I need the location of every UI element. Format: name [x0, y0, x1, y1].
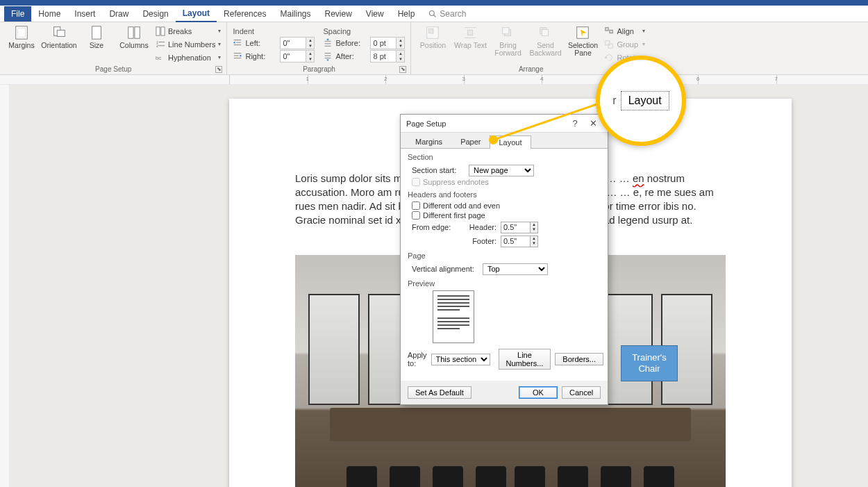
- svg-marker-47: [605, 56, 608, 58]
- tab-review[interactable]: Review: [317, 6, 358, 22]
- rotate-icon: [604, 53, 614, 63]
- breaks-icon: [156, 26, 165, 36]
- tab-insert[interactable]: Insert: [67, 6, 102, 22]
- size-button[interactable]: Size: [79, 24, 114, 65]
- tab-home[interactable]: Home: [31, 6, 67, 22]
- paragraph-group-label: Paragraph: [303, 65, 335, 73]
- ok-button[interactable]: OK: [519, 386, 558, 399]
- columns-button[interactable]: Columns: [117, 24, 151, 65]
- indent-left-row[interactable]: Left: 0"▲▼: [231, 37, 316, 49]
- send-backward-button[interactable]: Send Backward: [528, 24, 562, 65]
- columns-icon: [126, 25, 142, 40]
- tab-view[interactable]: View: [359, 6, 391, 22]
- page-heading: Page: [408, 251, 601, 260]
- indent-left-icon: [233, 38, 242, 48]
- svg-point-0: [430, 10, 435, 15]
- line-numbers-button[interactable]: Line Numbers...: [499, 349, 551, 370]
- dialog-tab-paper[interactable]: Paper: [451, 135, 490, 148]
- bring-forward-button[interactable]: Bring Forward: [490, 24, 525, 65]
- tab-references[interactable]: References: [217, 6, 273, 22]
- spacing-before-icon: [323, 38, 333, 48]
- hyphenation-label: Hyphenation: [168, 53, 211, 62]
- margins-label: Margins: [8, 42, 34, 49]
- indent-right-icon: [233, 51, 242, 61]
- svg-text:bc: bc: [156, 54, 161, 60]
- footer-label: Footer:: [469, 237, 496, 245]
- tab-mailings[interactable]: Mailings: [273, 6, 317, 22]
- paragraph-launcher[interactable]: ⬊: [399, 66, 406, 73]
- selection-pane-icon: [575, 25, 590, 40]
- position-label: Position: [420, 42, 446, 49]
- set-as-default-button[interactable]: Set As Default: [408, 386, 471, 399]
- spacing-heading: Spacing: [322, 26, 406, 36]
- tab-draw[interactable]: Draw: [102, 6, 135, 22]
- search-box[interactable]: Search: [428, 9, 466, 19]
- dialog-tab-margins[interactable]: Margins: [406, 135, 451, 148]
- breaks-button[interactable]: Breaks▾: [154, 25, 222, 38]
- svg-rect-8: [135, 27, 140, 39]
- dialog-help-icon[interactable]: ?: [566, 118, 584, 129]
- selection-label: Selection Pane: [565, 42, 600, 57]
- position-button[interactable]: Position: [415, 24, 450, 65]
- section-start-select[interactable]: New page: [469, 165, 534, 176]
- footer-input[interactable]: 0.5"▲▼: [501, 236, 538, 247]
- svg-rect-10: [161, 26, 165, 35]
- indent-right-input[interactable]: 0"▲▼: [280, 50, 315, 63]
- apply-to-select[interactable]: This section: [431, 354, 490, 365]
- document-area: Loris sump dolor sits mate … … … … … … ……: [10, 85, 868, 487]
- align-button[interactable]: Align▾: [603, 25, 646, 38]
- diff-first-page-checkbox[interactable]: Different first page: [412, 211, 601, 220]
- tab-layout[interactable]: Layout: [176, 6, 217, 22]
- margins-button[interactable]: Margins: [4, 24, 39, 65]
- menu-tabs: File Home Insert Draw Design Layout Refe…: [0, 6, 868, 22]
- header-input[interactable]: 0.5"▲▼: [501, 222, 538, 233]
- valign-select[interactable]: Top: [483, 263, 548, 275]
- tab-help[interactable]: Help: [391, 6, 422, 22]
- svg-rect-44: [610, 30, 612, 33]
- line-numbers-button[interactable]: 12 Line Numbers▾: [154, 38, 222, 51]
- hyphenation-button[interactable]: bc Hyphenation▾: [154, 51, 222, 64]
- preview-thumbnail: [433, 290, 474, 343]
- group-button[interactable]: Group▾: [603, 38, 646, 51]
- svg-rect-46: [609, 44, 613, 48]
- svg-marker-27: [327, 38, 330, 40]
- spacing-before-input[interactable]: 0 pt▲▼: [370, 37, 405, 49]
- svg-rect-40: [542, 29, 549, 35]
- svg-rect-7: [128, 27, 133, 39]
- title-bar: [0, 0, 868, 6]
- annotation-zoom-circle: r Layout: [596, 56, 686, 146]
- wrap-text-button[interactable]: Wrap Text: [453, 24, 487, 65]
- spacing-after-input[interactable]: 8 pt▲▼: [370, 50, 405, 63]
- headers-footers-heading: Headers and footers: [408, 190, 601, 199]
- chevron-down-icon: ▾: [642, 41, 645, 47]
- indent-right-row[interactable]: Right: 0"▲▼: [231, 50, 316, 63]
- valign-label: Vertical alignment:: [412, 265, 478, 273]
- group-label: Group: [617, 40, 638, 49]
- selection-pane-button[interactable]: Selection Pane: [565, 24, 600, 65]
- horizontal-ruler[interactable]: [0, 75, 868, 85]
- trainers-chair-shape[interactable]: Trainer's Chair: [621, 345, 678, 381]
- arrange-group-label: Arrange: [519, 65, 544, 73]
- diff-odd-even-checkbox[interactable]: Different odd and even: [412, 201, 601, 210]
- orientation-button[interactable]: Orientation: [42, 24, 76, 65]
- spacing-before-label: Before:: [335, 39, 367, 47]
- group-icon: [604, 40, 614, 49]
- send-backward-icon: [537, 25, 553, 40]
- dialog-content: Section Section start: New page Suppress…: [401, 148, 608, 381]
- body-err: en: [633, 172, 644, 184]
- chevron-down-icon: ▾: [218, 41, 221, 47]
- page-setup-launcher[interactable]: ⬊: [215, 66, 222, 73]
- zoom-layout-tab: Layout: [621, 91, 669, 110]
- svg-rect-5: [57, 30, 65, 36]
- spacing-after-row[interactable]: After: 8 pt▲▼: [322, 50, 406, 63]
- indent-left-input[interactable]: 0"▲▼: [280, 37, 315, 49]
- vertical-ruler[interactable]: [0, 85, 10, 487]
- section-start-label: Section start:: [412, 166, 465, 174]
- spacing-before-row[interactable]: Before: 0 pt▲▼: [322, 37, 406, 49]
- borders-button[interactable]: Borders...: [555, 353, 603, 365]
- tab-file[interactable]: File: [4, 6, 31, 22]
- dialog-titlebar[interactable]: Page Setup ? ✕: [401, 115, 608, 133]
- tab-design[interactable]: Design: [135, 6, 175, 22]
- ribbon: Margins Orientation Size Columns Breaks▾: [0, 22, 868, 75]
- cancel-button[interactable]: Cancel: [562, 386, 601, 399]
